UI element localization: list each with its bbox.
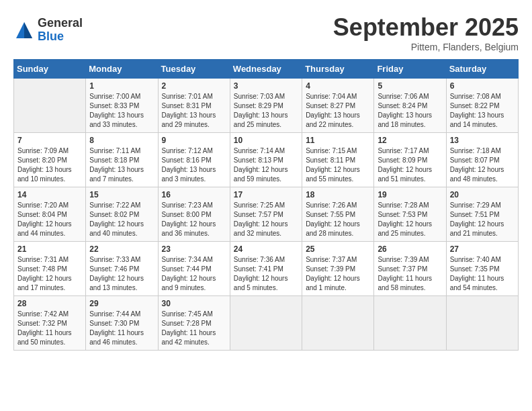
day-info: Sunrise: 7:34 AM Sunset: 7:44 PM Dayligh… xyxy=(162,255,226,293)
calendar-week-4: 21Sunrise: 7:31 AM Sunset: 7:48 PM Dayli… xyxy=(14,242,519,296)
header-cell-saturday: Saturday xyxy=(446,60,518,79)
header-cell-sunday: Sunday xyxy=(14,60,86,79)
day-info: Sunrise: 7:40 AM Sunset: 7:35 PM Dayligh… xyxy=(450,255,515,293)
day-number: 7 xyxy=(17,136,82,145)
calendar-cell: 26Sunrise: 7:39 AM Sunset: 7:37 PM Dayli… xyxy=(374,242,446,296)
day-info: Sunrise: 7:33 AM Sunset: 7:46 PM Dayligh… xyxy=(89,255,154,293)
calendar-week-5: 28Sunrise: 7:42 AM Sunset: 7:32 PM Dayli… xyxy=(14,296,519,351)
day-info: Sunrise: 7:06 AM Sunset: 8:24 PM Dayligh… xyxy=(378,92,442,130)
day-info: Sunrise: 7:03 AM Sunset: 8:29 PM Dayligh… xyxy=(234,92,298,130)
day-number: 24 xyxy=(234,244,298,254)
calendar-cell xyxy=(14,79,86,133)
calendar-cell: 30Sunrise: 7:45 AM Sunset: 7:28 PM Dayli… xyxy=(158,296,230,351)
logo-general-text: General xyxy=(38,17,83,30)
calendar-cell: 21Sunrise: 7:31 AM Sunset: 7:48 PM Dayli… xyxy=(14,242,86,296)
day-number: 1 xyxy=(89,81,154,91)
header-row: SundayMondayTuesdayWednesdayThursdayFrid… xyxy=(14,60,519,79)
day-number: 29 xyxy=(89,299,154,308)
day-info: Sunrise: 7:36 AM Sunset: 7:41 PM Dayligh… xyxy=(234,255,298,293)
day-number: 14 xyxy=(17,190,82,199)
calendar-cell: 11Sunrise: 7:15 AM Sunset: 8:11 PM Dayli… xyxy=(302,133,374,187)
header-cell-tuesday: Tuesday xyxy=(158,60,230,79)
day-number: 8 xyxy=(89,136,154,145)
calendar-cell xyxy=(302,296,374,351)
calendar-cell: 14Sunrise: 7:20 AM Sunset: 8:04 PM Dayli… xyxy=(14,187,86,242)
day-number: 6 xyxy=(450,81,515,91)
day-info: Sunrise: 7:14 AM Sunset: 8:13 PM Dayligh… xyxy=(234,146,298,184)
day-number: 16 xyxy=(162,190,226,199)
calendar-cell: 18Sunrise: 7:26 AM Sunset: 7:55 PM Dayli… xyxy=(302,187,374,242)
day-number: 4 xyxy=(306,81,370,91)
header-cell-thursday: Thursday xyxy=(302,60,374,79)
day-info: Sunrise: 7:45 AM Sunset: 7:28 PM Dayligh… xyxy=(162,310,226,347)
day-number: 20 xyxy=(450,190,515,199)
calendar-table: SundayMondayTuesdayWednesdayThursdayFrid… xyxy=(13,59,519,351)
day-number: 5 xyxy=(378,81,442,91)
day-number: 3 xyxy=(234,81,298,91)
month-title: September 2025 xyxy=(333,13,519,42)
day-info: Sunrise: 7:25 AM Sunset: 7:57 PM Dayligh… xyxy=(234,201,298,238)
day-info: Sunrise: 7:28 AM Sunset: 7:53 PM Dayligh… xyxy=(378,201,442,238)
day-number: 27 xyxy=(450,244,515,254)
day-info: Sunrise: 7:04 AM Sunset: 8:27 PM Dayligh… xyxy=(306,92,370,130)
logo-text: General Blue xyxy=(38,17,83,44)
day-number: 21 xyxy=(17,244,82,254)
calendar-week-2: 7Sunrise: 7:09 AM Sunset: 8:20 PM Daylig… xyxy=(14,133,519,187)
calendar-cell: 28Sunrise: 7:42 AM Sunset: 7:32 PM Dayli… xyxy=(14,296,86,351)
day-info: Sunrise: 7:08 AM Sunset: 8:22 PM Dayligh… xyxy=(450,92,515,130)
calendar-cell: 22Sunrise: 7:33 AM Sunset: 7:46 PM Dayli… xyxy=(86,242,158,296)
calendar-cell: 12Sunrise: 7:17 AM Sunset: 8:09 PM Dayli… xyxy=(374,133,446,187)
calendar-cell xyxy=(446,296,518,351)
calendar-cell: 6Sunrise: 7:08 AM Sunset: 8:22 PM Daylig… xyxy=(446,79,518,133)
day-info: Sunrise: 7:22 AM Sunset: 8:02 PM Dayligh… xyxy=(89,201,154,238)
day-number: 15 xyxy=(89,190,154,199)
day-info: Sunrise: 7:23 AM Sunset: 8:00 PM Dayligh… xyxy=(162,201,226,238)
day-number: 10 xyxy=(234,136,298,145)
day-number: 19 xyxy=(378,190,442,199)
calendar-week-1: 1Sunrise: 7:00 AM Sunset: 8:33 PM Daylig… xyxy=(14,79,519,133)
day-number: 26 xyxy=(378,244,442,254)
day-info: Sunrise: 7:09 AM Sunset: 8:20 PM Dayligh… xyxy=(17,146,82,184)
calendar-cell: 24Sunrise: 7:36 AM Sunset: 7:41 PM Dayli… xyxy=(230,242,302,296)
logo: General Blue xyxy=(13,17,83,44)
svg-marker-1 xyxy=(24,22,32,38)
calendar-cell: 1Sunrise: 7:00 AM Sunset: 8:33 PM Daylig… xyxy=(86,79,158,133)
calendar-cell: 13Sunrise: 7:18 AM Sunset: 8:07 PM Dayli… xyxy=(446,133,518,187)
header-cell-wednesday: Wednesday xyxy=(230,60,302,79)
day-info: Sunrise: 7:29 AM Sunset: 7:51 PM Dayligh… xyxy=(450,201,515,238)
day-info: Sunrise: 7:26 AM Sunset: 7:55 PM Dayligh… xyxy=(306,201,370,238)
day-info: Sunrise: 7:15 AM Sunset: 8:11 PM Dayligh… xyxy=(306,146,370,184)
day-info: Sunrise: 7:11 AM Sunset: 8:18 PM Dayligh… xyxy=(89,146,154,184)
day-info: Sunrise: 7:42 AM Sunset: 7:32 PM Dayligh… xyxy=(17,310,82,347)
logo-blue-text: Blue xyxy=(38,30,83,44)
calendar-cell: 25Sunrise: 7:37 AM Sunset: 7:39 PM Dayli… xyxy=(302,242,374,296)
day-number: 9 xyxy=(162,136,226,145)
calendar-cell: 27Sunrise: 7:40 AM Sunset: 7:35 PM Dayli… xyxy=(446,242,518,296)
day-info: Sunrise: 7:31 AM Sunset: 7:48 PM Dayligh… xyxy=(17,255,82,293)
day-number: 28 xyxy=(17,299,82,308)
day-number: 13 xyxy=(450,136,515,145)
day-info: Sunrise: 7:18 AM Sunset: 8:07 PM Dayligh… xyxy=(450,146,515,184)
header-cell-friday: Friday xyxy=(374,60,446,79)
calendar-cell: 7Sunrise: 7:09 AM Sunset: 8:20 PM Daylig… xyxy=(14,133,86,187)
day-info: Sunrise: 7:37 AM Sunset: 7:39 PM Dayligh… xyxy=(306,255,370,293)
calendar-cell: 2Sunrise: 7:01 AM Sunset: 8:31 PM Daylig… xyxy=(158,79,230,133)
calendar-cell xyxy=(374,296,446,351)
calendar-cell: 15Sunrise: 7:22 AM Sunset: 8:02 PM Dayli… xyxy=(86,187,158,242)
day-info: Sunrise: 7:44 AM Sunset: 7:30 PM Dayligh… xyxy=(89,310,154,347)
calendar-cell: 23Sunrise: 7:34 AM Sunset: 7:44 PM Dayli… xyxy=(158,242,230,296)
calendar-cell: 3Sunrise: 7:03 AM Sunset: 8:29 PM Daylig… xyxy=(230,79,302,133)
location-subtitle: Pittem, Flanders, Belgium xyxy=(333,42,519,52)
page-header: General Blue September 2025 Pittem, Flan… xyxy=(13,13,519,52)
day-info: Sunrise: 7:01 AM Sunset: 8:31 PM Dayligh… xyxy=(162,92,226,130)
calendar-cell: 17Sunrise: 7:25 AM Sunset: 7:57 PM Dayli… xyxy=(230,187,302,242)
calendar-cell: 4Sunrise: 7:04 AM Sunset: 8:27 PM Daylig… xyxy=(302,79,374,133)
day-number: 2 xyxy=(162,81,226,91)
day-info: Sunrise: 7:12 AM Sunset: 8:16 PM Dayligh… xyxy=(162,146,226,184)
calendar-cell xyxy=(230,296,302,351)
header-cell-monday: Monday xyxy=(86,60,158,79)
day-number: 17 xyxy=(234,190,298,199)
day-info: Sunrise: 7:20 AM Sunset: 8:04 PM Dayligh… xyxy=(17,201,82,238)
calendar-cell: 9Sunrise: 7:12 AM Sunset: 8:16 PM Daylig… xyxy=(158,133,230,187)
calendar-cell: 20Sunrise: 7:29 AM Sunset: 7:51 PM Dayli… xyxy=(446,187,518,242)
